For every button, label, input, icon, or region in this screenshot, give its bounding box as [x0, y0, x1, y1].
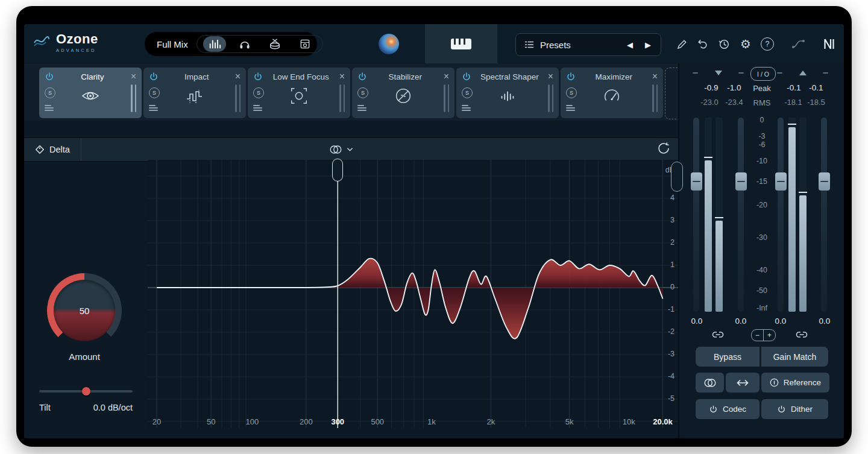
dither-button[interactable]: Dither: [761, 399, 828, 419]
close-icon[interactable]: ×: [235, 73, 241, 80]
drag-handle[interactable]: [235, 84, 241, 112]
close-icon[interactable]: ×: [548, 73, 553, 80]
settings-button[interactable]: ⚙: [738, 36, 753, 52]
headphones-icon: [239, 38, 251, 50]
codec-button[interactable]: Codec: [696, 399, 760, 419]
module-card-clarity[interactable]: Clarity × S: [39, 68, 142, 118]
help-button[interactable]: ?: [760, 36, 775, 52]
close-icon[interactable]: ×: [652, 73, 658, 80]
vocal-headphones-button[interactable]: [233, 36, 256, 52]
close-icon[interactable]: ×: [444, 73, 449, 80]
module-card-stabilizer[interactable]: Stabilizer × S: [352, 68, 454, 118]
fader-handle[interactable]: [691, 172, 702, 191]
module-card-spectral-shaper[interactable]: Spectral Shaper × S: [456, 68, 559, 118]
input-fader-right[interactable]: [738, 118, 744, 312]
stereo-mode-button[interactable]: [696, 373, 724, 393]
tab-detailed-view[interactable]: [353, 24, 425, 63]
module-menu-icon[interactable]: [566, 104, 575, 111]
module-menu-icon[interactable]: [357, 104, 366, 111]
fader-handle[interactable]: [819, 172, 830, 191]
meter-panel-collapse-handle[interactable]: [671, 162, 683, 192]
power-icon[interactable]: [357, 72, 367, 81]
tilt-slider[interactable]: [39, 390, 133, 393]
tab-module-chain-view[interactable]: [425, 24, 497, 63]
meter-scale-label: -15: [747, 177, 777, 186]
full-mix-spectrum-button[interactable]: [203, 36, 226, 52]
module-menu-icon[interactable]: [462, 104, 471, 111]
module-menu-icon[interactable]: [149, 104, 158, 111]
fader-handle[interactable]: [735, 172, 747, 191]
trim-minus[interactable]: −: [752, 331, 763, 339]
reference-button[interactable]: Reference: [761, 373, 829, 393]
power-icon[interactable]: [149, 72, 159, 81]
link-icon: [794, 329, 810, 340]
band-handle[interactable]: [332, 159, 343, 181]
module-menu-icon[interactable]: [253, 104, 262, 111]
solo-badge[interactable]: S: [462, 87, 473, 98]
delta-tag-icon: [35, 145, 45, 154]
drag-handle[interactable]: [131, 84, 136, 112]
trim-plus[interactable]: +: [764, 331, 775, 339]
solo-badge[interactable]: S: [253, 87, 264, 98]
fader-handle[interactable]: [775, 172, 787, 191]
output-link-button[interactable]: [794, 329, 810, 340]
clarity-eye-icon: [80, 85, 101, 107]
edit-pencil-button[interactable]: [674, 36, 690, 52]
snapshot-button[interactable]: [656, 140, 671, 156]
swap-channels-button[interactable]: [726, 373, 760, 393]
drag-handle[interactable]: [548, 84, 553, 112]
solo-badge[interactable]: S: [566, 87, 577, 98]
gain-value[interactable]: 0.0: [735, 317, 747, 326]
output-fader-right[interactable]: [821, 118, 827, 312]
amount-knob[interactable]: 50: [47, 273, 122, 348]
gain-value[interactable]: 0.0: [819, 317, 831, 326]
power-icon[interactable]: [462, 72, 471, 81]
output-fader-left[interactable]: [778, 118, 784, 312]
input-fader-left[interactable]: [693, 118, 699, 312]
meter-options-up-icon[interactable]: [799, 71, 807, 75]
solo-badge[interactable]: S: [149, 87, 160, 98]
input-link-button[interactable]: [710, 329, 726, 340]
rms-in-right: -23.4: [725, 98, 743, 107]
presets-bar[interactable]: Presets ◀ ▶: [515, 33, 661, 56]
channel-selector[interactable]: [329, 138, 353, 161]
tilt-slider-handle[interactable]: [82, 387, 90, 396]
mix-mode-label[interactable]: Full Mix: [157, 39, 188, 49]
bypass-button[interactable]: Bypass: [696, 347, 760, 367]
module-card-impact[interactable]: Impact × S: [143, 68, 246, 118]
drag-handle[interactable]: [444, 84, 449, 112]
close-icon[interactable]: ×: [131, 73, 136, 80]
gain-value[interactable]: 0.0: [691, 317, 703, 326]
module-menu-icon[interactable]: [45, 104, 54, 111]
solo-badge[interactable]: S: [45, 87, 55, 98]
fader-marker: [777, 72, 782, 74]
trim-minus-plus-button[interactable]: −+: [751, 329, 776, 341]
drag-handle[interactable]: [652, 84, 658, 112]
solo-badge[interactable]: S: [357, 87, 368, 98]
module-card-low-end-focus[interactable]: Low End Focus × S: [248, 68, 350, 118]
undo-button[interactable]: [694, 36, 710, 52]
gain-value[interactable]: 0.0: [775, 317, 787, 326]
delta-button[interactable]: Delta: [24, 138, 81, 161]
drag-handle[interactable]: [339, 84, 345, 112]
peak-label[interactable]: Peak: [753, 84, 771, 93]
power-icon[interactable]: [45, 72, 54, 81]
signal-flow-button[interactable]: [791, 36, 807, 52]
power-icon[interactable]: [566, 72, 576, 81]
io-toggle-button[interactable]: I / O: [750, 67, 776, 81]
preset-prev-button[interactable]: ◀: [621, 40, 639, 49]
tilt-value[interactable]: 0.0 dB/oct: [93, 403, 133, 412]
drums-button[interactable]: [263, 36, 286, 52]
spectral-bars-icon: [497, 86, 518, 106]
amp-cab-button[interactable]: [294, 36, 316, 52]
close-icon[interactable]: ×: [339, 73, 345, 80]
preset-next-button[interactable]: ▶: [639, 40, 657, 49]
presets-label[interactable]: Presets: [540, 40, 621, 50]
power-icon[interactable]: [253, 72, 263, 81]
input-meter-right: [715, 118, 723, 312]
history-button[interactable]: [716, 36, 732, 52]
meter-options-down-icon[interactable]: [715, 71, 722, 75]
module-card-maximizer[interactable]: Maximizer × S: [561, 68, 663, 118]
rms-label[interactable]: RMS: [753, 98, 771, 107]
gain-match-button[interactable]: Gain Match: [761, 347, 828, 367]
